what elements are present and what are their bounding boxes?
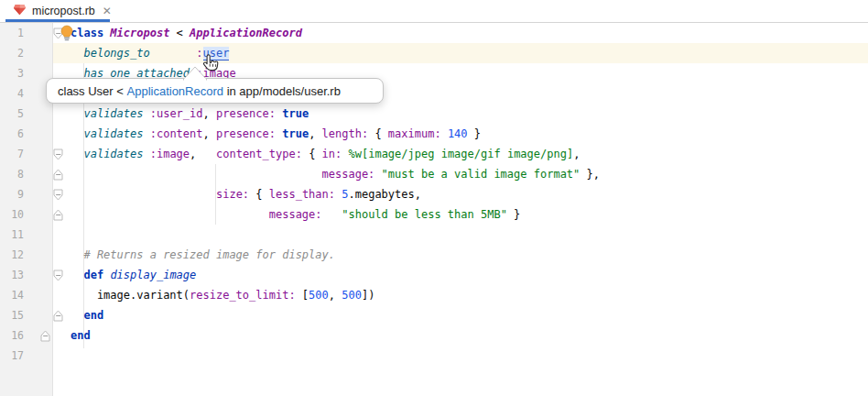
line-number[interactable]: 4 [0,83,24,104]
code-token [71,168,322,181]
code-token: { [368,127,388,140]
code-token: true [282,107,309,120]
code-token: , [203,107,216,120]
code-token: ApplicationRecord [190,27,302,39]
line-number[interactable]: 9 [0,184,24,204]
code-token: message: [322,168,375,181]
code-line[interactable]: size: { less_than: 5.megabytes, [71,184,421,204]
code-token: # Returns a resized image for display. [71,248,335,261]
code-token: size: [216,188,249,201]
code-line[interactable]: # Returns a resized image for display. [71,245,335,265]
intention-bulb-icon[interactable] [59,25,75,47]
code-token: presence: [216,107,276,120]
code-line[interactable]: class Micropost < ApplicationRecord [71,23,302,43]
code-line[interactable]: validates :user_id, presence: true [71,104,309,124]
code-token: true [282,127,309,140]
line-number[interactable]: 2 [0,43,24,63]
code-line[interactable]: end [71,325,91,346]
fold-marker-icon[interactable] [53,269,64,280]
line-number[interactable]: 16 [0,325,24,346]
code-token: :content [150,127,203,140]
line-number[interactable]: 17 [0,346,24,366]
code-line[interactable]: message: "must be a valid image format" … [71,164,600,184]
code-token: , [190,148,216,160]
fold-marker-icon[interactable] [53,309,64,321]
line-number[interactable]: 3 [0,63,24,83]
code-token: , [573,148,580,160]
code-token: content_type: [216,148,302,160]
tooltip-text-after: in app/models/user.rb [223,84,341,98]
code-token: { [249,188,269,201]
fold-marker-icon[interactable] [53,188,64,200]
code-token [71,309,83,322]
tooltip-class-link[interactable]: ApplicationRecord [127,84,224,98]
code-token: maximum: [388,127,441,140]
code-token: display_image [110,269,196,281]
code-token: ]) [362,289,374,302]
code-token: , [329,289,342,302]
code-token: %w[image/jpeg image/gif image/png] [349,148,574,160]
code-token: 500 [309,289,329,302]
fold-marker-icon[interactable] [53,168,64,180]
hand-pointer-cursor [201,53,222,80]
definition-tooltip: class User < ApplicationRecord in app/mo… [46,78,384,104]
code-token: validates [83,127,143,140]
editor-tab-bar: micropost.rb ✕ [0,0,868,23]
code-token [342,148,348,160]
code-token: , [203,127,216,140]
code-token [441,127,448,140]
code-token: length: [322,127,369,140]
code-token: < [169,27,190,39]
line-number[interactable]: 5 [0,104,24,124]
fold-marker-icon[interactable] [40,329,51,341]
code-token [143,107,149,120]
code-token: [ [296,289,309,302]
code-line[interactable]: message: "should be less than 5MB" } [71,204,520,225]
code-token: image.variant( [71,289,190,302]
code-token: class [71,27,103,39]
line-number[interactable]: 13 [0,265,24,285]
line-number[interactable]: 12 [0,245,24,265]
code-token: } [507,208,520,221]
code-token: in: [322,148,342,160]
line-number[interactable]: 1 [0,23,24,43]
active-tab-indicator [5,19,110,22]
code-token [143,148,149,160]
line-number[interactable]: 7 [0,144,24,164]
code-token [143,127,149,140]
code-token: { [302,148,322,160]
code-line[interactable]: end [71,305,103,325]
line-number[interactable]: 15 [0,305,24,325]
code-token [374,168,381,181]
ruby-file-icon [13,3,27,20]
code-token: end [71,329,91,342]
code-token: message: [269,208,322,221]
code-line[interactable]: validates :image, content_type: { in: %w… [71,144,580,164]
code-token: "should be less than 5MB" [342,208,507,221]
line-number[interactable]: 10 [0,204,24,225]
fold-marker-icon[interactable] [53,148,64,160]
code-line[interactable]: def display_image [71,265,196,285]
code-token [71,269,83,281]
line-number[interactable]: 14 [0,285,24,305]
close-icon[interactable]: ✕ [103,5,112,17]
code-token: 140 [448,127,468,140]
code-line[interactable]: validates :content, presence: true, leng… [71,124,481,144]
code-token: 500 [342,289,362,302]
line-number[interactable]: 8 [0,164,24,184]
line-number[interactable]: 6 [0,124,24,144]
code-token [150,47,197,60]
tooltip-text-before: class User < [58,84,127,98]
code-token [71,127,83,140]
code-token: validates [83,107,143,120]
code-token: validates [83,148,143,160]
code-token: def [83,269,103,281]
line-number[interactable]: 11 [0,225,24,245]
code-token [71,107,83,120]
fold-marker-icon[interactable] [53,208,64,220]
code-token: :image [150,148,190,160]
code-token: .megabytes, [348,188,420,201]
code-line[interactable]: image.variant(resize_to_limit: [500, 500… [71,285,374,305]
tab-title: micropost.rb [32,5,95,17]
code-token: , [309,127,321,140]
